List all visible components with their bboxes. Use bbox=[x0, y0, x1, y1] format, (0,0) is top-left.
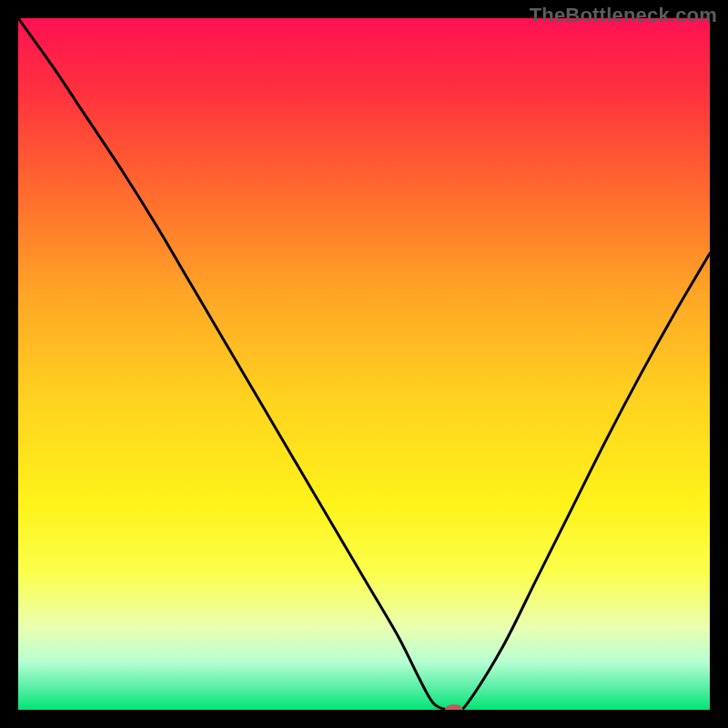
chart-frame: TheBottleneck.com bbox=[0, 0, 728, 728]
bottleneck-chart bbox=[18, 18, 710, 710]
plot-area bbox=[18, 18, 710, 710]
watermark-text: TheBottleneck.com bbox=[530, 4, 717, 27]
gradient-background bbox=[18, 18, 710, 710]
